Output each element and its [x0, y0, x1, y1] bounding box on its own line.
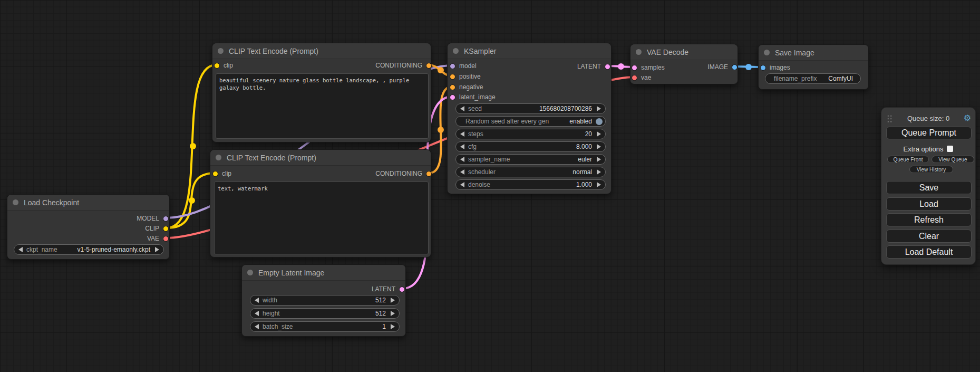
decrement-arrow-icon[interactable] [255, 324, 259, 329]
decrement-arrow-icon[interactable] [18, 247, 23, 252]
port-image-output[interactable]: IMAGE [707, 63, 738, 71]
increment-arrow-icon[interactable] [597, 131, 601, 137]
widget-value[interactable]: 156680208700286 [539, 105, 592, 112]
latent-port-dot[interactable] [399, 287, 405, 292]
node-load-checkpoint[interactable]: Load Checkpoint MODEL CLIP VAE ckpt_name… [7, 194, 170, 260]
width-widget[interactable]: width 512 [250, 295, 400, 306]
increment-arrow-icon[interactable] [597, 169, 601, 175]
port-latent-image-input[interactable]: latent_image [450, 93, 496, 101]
conditioning-port-dot[interactable] [450, 74, 455, 80]
widget-value[interactable]: 512 [375, 297, 386, 304]
seed-widget[interactable]: seed 156680208700286 [455, 103, 606, 114]
node-title-bar[interactable]: Save Image [759, 45, 868, 61]
prompt-textarea[interactable]: beautiful scenery nature glass bottle la… [216, 73, 429, 139]
decrement-arrow-icon[interactable] [255, 311, 259, 316]
denoise-widget[interactable]: denoise 1.000 [455, 179, 606, 190]
clip-port-dot[interactable] [214, 63, 220, 69]
collapse-dot-icon[interactable] [247, 270, 253, 275]
height-widget[interactable]: height 512 [250, 308, 400, 319]
decrement-arrow-icon[interactable] [460, 131, 464, 137]
cfg-widget[interactable]: cfg 8.000 [455, 141, 606, 152]
latent-port-dot[interactable] [632, 65, 637, 71]
latent-port-dot[interactable] [605, 64, 610, 70]
widget-value[interactable]: 1 [382, 323, 386, 330]
port-conditioning-output[interactable]: CONDITIONING [375, 169, 432, 178]
random-seed-toggle-widget[interactable]: Random seed after every gen enabled [455, 116, 606, 127]
widget-value[interactable]: 20 [585, 130, 592, 138]
conditioning-port-dot[interactable] [426, 171, 432, 177]
port-model-input[interactable]: model [450, 62, 477, 70]
port-vae-input[interactable]: vae [632, 73, 651, 82]
increment-arrow-icon[interactable] [391, 311, 395, 316]
collapse-dot-icon[interactable] [216, 155, 221, 160]
port-model-output[interactable]: MODEL [137, 214, 169, 223]
node-clip-text-encode-negative[interactable]: CLIP Text Encode (Prompt) clip CONDITION… [210, 149, 431, 257]
clear-button[interactable]: Clear [886, 230, 972, 243]
decrement-arrow-icon[interactable] [460, 169, 464, 175]
port-clip-output[interactable]: CLIP [145, 224, 169, 233]
increment-arrow-icon[interactable] [391, 324, 395, 329]
save-button[interactable]: Save [886, 181, 972, 194]
ckpt-name-widget[interactable]: ckpt_name v1-5-pruned-emaonly.ckpt [14, 244, 164, 255]
node-save-image[interactable]: Save Image images filename_prefix ComfyU… [758, 44, 869, 90]
load-default-button[interactable]: Load Default [886, 245, 972, 259]
decrement-arrow-icon[interactable] [460, 144, 464, 149]
widget-value[interactable]: ComfyUI [828, 75, 853, 82]
node-title-bar[interactable]: CLIP Text Encode (Prompt) [212, 43, 431, 59]
node-title-bar[interactable]: CLIP Text Encode (Prompt) [210, 150, 431, 166]
increment-arrow-icon[interactable] [391, 298, 395, 303]
queue-prompt-button[interactable]: Queue Prompt [886, 127, 972, 139]
steps-widget[interactable]: steps 20 [455, 129, 606, 139]
view-history-button[interactable]: View History [909, 166, 953, 173]
increment-arrow-icon[interactable] [597, 106, 601, 111]
node-ksampler[interactable]: KSampler model positive negative latent_… [447, 43, 612, 194]
refresh-button[interactable]: Refresh [886, 213, 972, 226]
scheduler-widget[interactable]: scheduler normal [455, 167, 606, 177]
collapse-dot-icon[interactable] [218, 48, 224, 54]
port-positive-input[interactable]: positive [450, 72, 481, 81]
widget-value[interactable]: v1-5-pruned-emaonly.ckpt [77, 246, 150, 253]
port-images-input[interactable]: images [760, 63, 790, 72]
vae-port-dot[interactable] [163, 236, 169, 242]
vae-port-dot[interactable] [632, 75, 637, 81]
clip-port-dot[interactable] [212, 171, 218, 177]
load-button[interactable]: Load [886, 197, 972, 211]
widget-value[interactable]: euler [578, 156, 592, 163]
decrement-arrow-icon[interactable] [460, 106, 464, 111]
image-port-dot[interactable] [760, 65, 766, 71]
increment-arrow-icon[interactable] [597, 157, 601, 162]
decrement-arrow-icon[interactable] [255, 298, 259, 303]
collapse-dot-icon[interactable] [636, 49, 642, 55]
port-conditioning-output[interactable]: CONDITIONING [375, 61, 432, 70]
node-clip-text-encode-positive[interactable]: CLIP Text Encode (Prompt) clip CONDITION… [212, 43, 431, 142]
increment-arrow-icon[interactable] [155, 247, 159, 252]
collapse-dot-icon[interactable] [764, 50, 770, 55]
latent-port-dot[interactable] [450, 94, 455, 100]
decrement-arrow-icon[interactable] [460, 157, 464, 162]
increment-arrow-icon[interactable] [597, 182, 601, 187]
node-title-bar[interactable]: KSampler [448, 43, 611, 59]
widget-value[interactable]: 1.000 [576, 181, 592, 188]
settings-gear-icon[interactable]: ⚙ [964, 113, 971, 123]
extra-options-checkbox[interactable] [947, 146, 953, 152]
widget-value[interactable]: 512 [375, 310, 386, 317]
node-vae-decode[interactable]: VAE Decode samples vae IMAGE [630, 44, 738, 84]
port-clip-input[interactable]: clip [212, 169, 231, 178]
batch-size-widget[interactable]: batch_size 1 [250, 321, 400, 332]
view-queue-button[interactable]: View Queue [932, 156, 974, 163]
queue-front-button[interactable]: Queue Front [887, 156, 929, 163]
port-samples-input[interactable]: samples [632, 63, 665, 72]
collapse-dot-icon[interactable] [13, 199, 18, 205]
image-port-dot[interactable] [732, 64, 738, 70]
port-clip-input[interactable]: clip [214, 61, 233, 70]
node-title-bar[interactable]: Empty Latent Image [242, 265, 405, 281]
toggle-on-icon[interactable] [596, 118, 603, 125]
model-port-dot[interactable] [163, 216, 169, 222]
collapse-dot-icon[interactable] [453, 48, 459, 54]
node-title-bar[interactable]: Load Checkpoint [7, 195, 169, 211]
widget-value[interactable]: normal [573, 168, 592, 176]
port-vae-output[interactable]: VAE [147, 234, 169, 243]
prompt-textarea[interactable]: text, watermark [214, 182, 429, 254]
clip-port-dot[interactable] [163, 226, 169, 232]
filename-prefix-widget[interactable]: filename_prefix ComfyUI [765, 73, 861, 84]
